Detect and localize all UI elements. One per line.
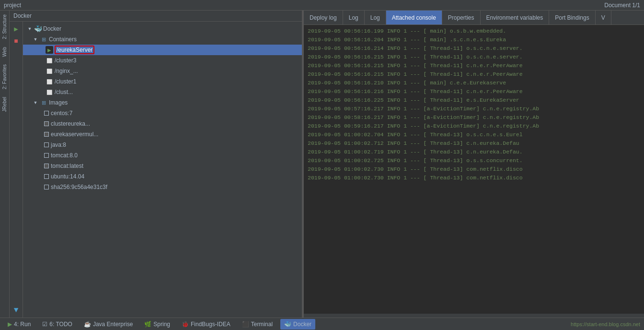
tab-log2[interactable]: Log xyxy=(365,11,386,24)
image-icon-eurekaservermul xyxy=(44,132,49,137)
image-icon-ubuntu1404 xyxy=(44,174,49,179)
tab-v[interactable]: V xyxy=(596,11,611,24)
clust-label: /clust... xyxy=(55,89,73,95)
status-docker[interactable]: 🐳 Docker xyxy=(280,319,315,330)
container-stopped-icon-3: ⬜ xyxy=(46,78,53,85)
todo-icon: ☑ xyxy=(42,321,47,328)
tab-attached-console[interactable]: Attached console xyxy=(386,11,442,24)
run-icon: ▶ xyxy=(8,321,12,328)
java8-label: java:8 xyxy=(51,141,66,148)
tree-item-java8[interactable]: java:8 xyxy=(23,140,302,150)
images-icon: ⊞ xyxy=(40,99,47,106)
status-todo[interactable]: ☑ 6: TODO xyxy=(38,319,76,330)
container-running-icon: ▶ xyxy=(46,46,53,54)
terminal-label: Terminal xyxy=(251,321,273,328)
status-spring[interactable]: 🌿 Spring xyxy=(140,319,174,330)
docker-root-label: Docker xyxy=(43,25,61,32)
docker-panel-header: Docker xyxy=(10,11,302,22)
tab-port-bindings[interactable]: Port Bindings xyxy=(549,11,595,24)
log-line: 2019-09-05 00:57:16.217 INFO 1 --- [a-Ev… xyxy=(308,105,640,113)
no-arrow-nginx xyxy=(38,68,44,74)
eurekaservermul-label: eurekaservermul... xyxy=(51,131,98,138)
docker-panel: Docker ▶ ■ ▼ ▼ 🐳 Docker xyxy=(10,11,302,318)
status-terminal[interactable]: ⬛ Terminal xyxy=(238,319,276,330)
nginx-label: /nginx_... xyxy=(55,68,78,74)
no-arrow-cluster1 xyxy=(38,79,44,84)
container-stopped-icon-2: ⬜ xyxy=(46,67,53,75)
web-label[interactable]: Web xyxy=(2,43,7,60)
structure-label[interactable]: 2: Structure xyxy=(2,11,7,43)
containers-label: Containers xyxy=(49,36,77,43)
log-line: 2019-09-05 01:00:02.719 INFO 1 --- [ Thr… xyxy=(308,148,640,156)
tomcatlatest-label: tomcat:latest xyxy=(51,163,83,169)
docker-root-icon: 🐳 xyxy=(34,25,42,33)
tree-item-cluster3[interactable]: ⬜ /cluster3 xyxy=(23,55,302,66)
log-line: 2019-09-05 00:56:16.214 INFO 1 --- [ Thr… xyxy=(308,44,640,53)
docker-status-icon: 🐳 xyxy=(284,321,291,328)
tree-item-eureka-server[interactable]: ▶ /eurekaServer xyxy=(23,45,302,55)
run-container-button[interactable]: ▶ xyxy=(11,24,22,34)
jrebel-label[interactable]: JRebel xyxy=(2,93,7,116)
containers-icon: ⊞ xyxy=(40,35,47,43)
expand-arrow-images: ▼ xyxy=(33,100,38,106)
tree-item-sha256[interactable]: sha256:9c56a4e31c3f xyxy=(23,182,302,192)
tree-item-containers[interactable]: ▼ ⊞ Containers xyxy=(23,34,302,45)
clustereureka-label: clustereureka... xyxy=(51,120,90,127)
favorites-label[interactable]: 2: Favorites xyxy=(2,60,7,93)
tree-item-nginx[interactable]: ⬜ /nginx_... xyxy=(23,66,302,76)
todo-label: 6: TODO xyxy=(49,321,72,328)
log-line: 2019-09-05 00:58:16.217 INFO 1 --- [a-Ev… xyxy=(308,113,640,122)
tree-item-tomcatlatest[interactable]: tomcat:latest xyxy=(23,161,302,171)
tab-properties[interactable]: Properties xyxy=(442,11,481,24)
image-icon-tomcatlatest xyxy=(44,164,49,168)
no-arrow-cluster3 xyxy=(38,58,44,63)
main-content: 2: Structure Web 2: Favorites JRebel Doc… xyxy=(0,11,644,318)
tab-env-vars[interactable]: Environment variables xyxy=(481,11,550,24)
log-line: 2019-09-05 01:00:02.712 INFO 1 --- [ Thr… xyxy=(308,139,640,148)
findbugs-icon: 🐞 xyxy=(182,321,189,328)
status-java-enterprise[interactable]: ☕ Java Enterprise xyxy=(80,319,137,330)
status-bar: ▶ 4: Run ☑ 6: TODO ☕ Java Enterprise 🌿 S… xyxy=(0,318,644,330)
log-line: 2019-09-05 00:56:16.199 INFO 1 --- [ mai… xyxy=(308,27,640,35)
status-run[interactable]: ▶ 4: Run xyxy=(4,319,34,330)
tree-item-clust[interactable]: ⬜ /clust... xyxy=(23,87,302,97)
no-arrow-clust xyxy=(38,89,44,95)
filter-button[interactable]: ▼ xyxy=(11,305,22,316)
right-panel: Deploy log Log Log Attached console Prop… xyxy=(304,11,644,318)
tree-item-images[interactable]: ▼ ⊞ Images xyxy=(23,97,302,108)
log-content[interactable]: 2019-09-05 00:56:16.199 INFO 1 --- [ mai… xyxy=(304,25,644,314)
horizontal-scrollbar[interactable] xyxy=(304,314,644,318)
docker-tree: ▼ 🐳 Docker ▼ ⊞ Containers ▶ /eurekaServe xyxy=(23,22,302,318)
log-line: 2019-09-05 00:59:16.217 INFO 1 --- [a-Ev… xyxy=(308,122,640,130)
tree-item-eurekaservermul[interactable]: eurekaservermul... xyxy=(23,129,302,140)
tree-item-ubuntu1404[interactable]: ubuntu:14.04 xyxy=(23,171,302,182)
log-line: 2019-09-05 00:56:16.210 INFO 1 --- [ mai… xyxy=(308,79,640,87)
far-left-panel: 2: Structure Web 2: Favorites JRebel xyxy=(0,11,10,318)
top-bar: project Document 1/1 xyxy=(0,0,644,11)
log-line: 2019-09-05 01:00:02.730 INFO 1 --- [ Thr… xyxy=(308,174,640,182)
tree-item-docker-root[interactable]: ▼ 🐳 Docker xyxy=(23,24,302,34)
log-line: 2019-09-05 00:56:16.225 INFO 1 --- [ Thr… xyxy=(308,96,640,105)
tree-item-centos7[interactable]: centos:7 xyxy=(23,108,302,118)
log-line: 2019-09-05 01:00:02.725 INFO 1 --- [ Thr… xyxy=(308,156,640,165)
image-icon-clustereureka xyxy=(44,121,49,126)
log-line: 2019-09-05 00:56:16.215 INFO 1 --- [ Thr… xyxy=(308,70,640,79)
stop-container-button[interactable]: ■ xyxy=(11,36,22,47)
status-findbugs[interactable]: 🐞 FindBugs-IDEA xyxy=(178,319,234,330)
tab-log1[interactable]: Log xyxy=(343,11,365,24)
spring-icon: 🌿 xyxy=(144,321,151,328)
cluster1-label: /cluster1 xyxy=(55,78,76,85)
log-line: 2019-09-05 01:00:02.730 INFO 1 --- [ Thr… xyxy=(308,165,640,174)
docker-panel-inner: ▶ ■ ▼ ▼ 🐳 Docker ▼ ⊞ Co xyxy=(10,22,302,318)
tabs-bar: Deploy log Log Log Attached console Prop… xyxy=(304,11,644,25)
tree-item-clustereureka[interactable]: clustereureka... xyxy=(23,118,302,129)
tree-item-tomcat80[interactable]: tomcat:8.0 xyxy=(23,150,302,161)
document-info: Document 1/1 xyxy=(604,2,640,9)
container-stopped-icon-4: ⬜ xyxy=(46,88,53,96)
cluster3-label: /cluster3 xyxy=(55,57,76,64)
top-bar-title: project xyxy=(4,2,21,9)
log-line: 2019-09-05 00:56:16.216 INFO 1 --- [ Thr… xyxy=(308,87,640,96)
tree-item-cluster1[interactable]: ⬜ /cluster1 xyxy=(23,76,302,87)
tab-deploy-log[interactable]: Deploy log xyxy=(304,11,343,24)
eureka-server-label: /eurekaServer xyxy=(55,46,94,54)
